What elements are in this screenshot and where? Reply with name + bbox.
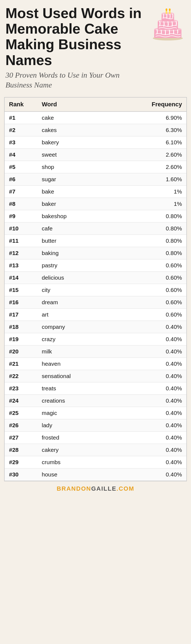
cell-frequency: 0.80%: [111, 235, 186, 247]
table-row: #5shop2.60%: [5, 161, 186, 173]
cell-frequency: 0.60%: [111, 284, 186, 296]
table-row: #16dream0.60%: [5, 296, 186, 308]
cell-frequency: 2.60%: [111, 161, 186, 173]
cell-rank: #17: [5, 308, 37, 321]
cell-frequency: 0.60%: [111, 271, 186, 284]
cell-frequency: 0.40%: [111, 456, 186, 468]
cell-word: frosted: [37, 431, 111, 444]
svg-rect-7: [166, 10, 167, 14]
cell-rank: #15: [5, 284, 37, 296]
cell-rank: #11: [5, 235, 37, 247]
table-row: #21heaven0.40%: [5, 358, 186, 370]
cell-rank: #8: [5, 198, 37, 210]
cell-frequency: 1.60%: [111, 173, 186, 185]
cell-frequency: 0.60%: [111, 259, 186, 271]
cell-rank: #24: [5, 394, 37, 407]
cell-word: magic: [37, 407, 111, 419]
cell-word: sugar: [37, 173, 111, 185]
cell-rank: #7: [5, 185, 37, 198]
cell-word: treats: [37, 382, 111, 394]
col-header-frequency: Frequency: [111, 98, 186, 112]
cell-rank: #21: [5, 358, 37, 370]
cell-word: city: [37, 284, 111, 296]
cell-rank: #12: [5, 247, 37, 259]
cell-word: baker: [37, 198, 111, 210]
cell-frequency: 1%: [111, 185, 186, 198]
cell-frequency: 0.60%: [111, 296, 186, 308]
title-block: Most Used Words in Memorable Cake Making…: [5, 5, 147, 90]
table-row: #11butter0.80%: [5, 235, 186, 247]
cell-frequency: 0.80%: [111, 210, 186, 222]
table-row: #1cake6.90%: [5, 112, 186, 124]
cell-rank: #20: [5, 345, 37, 358]
cell-frequency: 0.80%: [111, 222, 186, 235]
footer: BRANDONGAILLE.COM: [0, 481, 191, 496]
cell-rank: #10: [5, 222, 37, 235]
cell-frequency: 0.40%: [111, 382, 186, 394]
cell-word: butter: [37, 235, 111, 247]
cell-word: baking: [37, 247, 111, 259]
cell-rank: #16: [5, 296, 37, 308]
cell-frequency: 1%: [111, 198, 186, 210]
cell-word: bakeshop: [37, 210, 111, 222]
cell-word: cakes: [37, 124, 111, 136]
cell-rank: #28: [5, 444, 37, 456]
cell-frequency: 0.40%: [111, 345, 186, 358]
svg-rect-8: [169, 10, 171, 14]
cell-rank: #29: [5, 456, 37, 468]
table-row: #30house0.40%: [5, 468, 186, 481]
table-row: #18company0.40%: [5, 321, 186, 333]
table-row: #2cakes6.30%: [5, 124, 186, 136]
cell-word: crazy: [37, 333, 111, 345]
cell-frequency: 2.60%: [111, 148, 186, 161]
table-row: #28cakery0.40%: [5, 444, 186, 456]
cell-word: lady: [37, 419, 111, 431]
cell-rank: #22: [5, 370, 37, 382]
cell-rank: #23: [5, 382, 37, 394]
cell-frequency: 0.40%: [111, 370, 186, 382]
cell-word: company: [37, 321, 111, 333]
table-row: #19crazy0.40%: [5, 333, 186, 345]
table-header-row: Rank Word Frequency: [5, 98, 186, 112]
cell-frequency: 0.40%: [111, 419, 186, 431]
cell-word: cake: [37, 112, 111, 124]
cell-frequency: 6.30%: [111, 124, 186, 136]
cell-frequency: 0.60%: [111, 308, 186, 321]
cell-word: shop: [37, 161, 111, 173]
cell-word: house: [37, 468, 111, 481]
cell-word: cakery: [37, 444, 111, 456]
cell-word: dream: [37, 296, 111, 308]
cell-word: bakery: [37, 136, 111, 148]
cell-frequency: 0.40%: [111, 321, 186, 333]
cell-word: art: [37, 308, 111, 321]
table-row: #13pastry0.60%: [5, 259, 186, 271]
table-row: #15city0.60%: [5, 284, 186, 296]
cell-rank: #3: [5, 136, 37, 148]
cell-frequency: 0.40%: [111, 333, 186, 345]
cell-rank: #14: [5, 271, 37, 284]
table-row: #7bake1%: [5, 185, 186, 198]
table-row: #3bakery6.10%: [5, 136, 186, 148]
cell-rank: #27: [5, 431, 37, 444]
page-container: Most Used Words in Memorable Cake Making…: [0, 0, 191, 496]
cell-rank: #18: [5, 321, 37, 333]
subtitle: 30 Proven Words to Use in Your Own Busin…: [5, 70, 147, 90]
cell-word: sensational: [37, 370, 111, 382]
footer-brand-part3: .COM: [117, 485, 134, 492]
cell-word: creations: [37, 394, 111, 407]
table-row: #26lady0.40%: [5, 419, 186, 431]
cell-rank: #6: [5, 173, 37, 185]
cell-frequency: 0.40%: [111, 407, 186, 419]
cell-rank: #5: [5, 161, 37, 173]
cake-icon: [150, 7, 186, 43]
table-row: #22sensational0.40%: [5, 370, 186, 382]
cell-word: crumbs: [37, 456, 111, 468]
cell-rank: #1: [5, 112, 37, 124]
cell-frequency: 0.40%: [111, 394, 186, 407]
cell-word: bake: [37, 185, 111, 198]
footer-brand-part1: BRANDON: [57, 485, 91, 492]
svg-point-11: [166, 9, 167, 10]
cell-rank: #13: [5, 259, 37, 271]
table-row: #8baker1%: [5, 198, 186, 210]
cell-rank: #19: [5, 333, 37, 345]
